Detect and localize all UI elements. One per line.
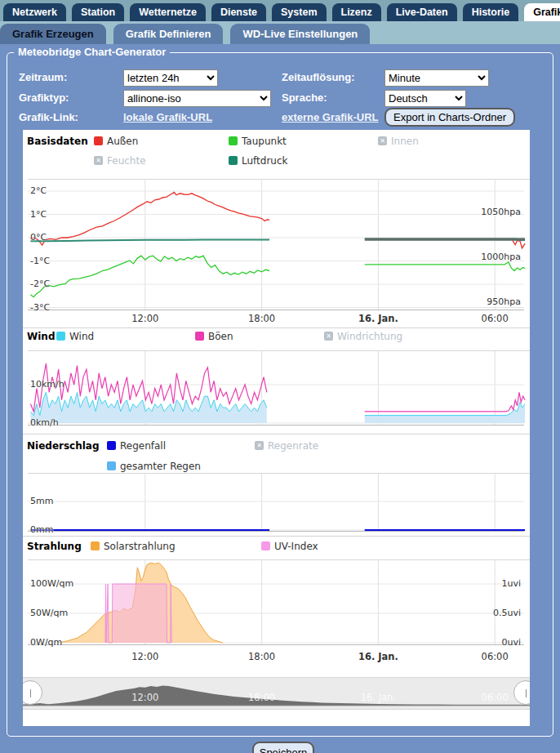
legend-item-gesamter-regen[interactable]: gesamter Regen xyxy=(107,461,201,471)
legend-item-uv-index[interactable]: UV-Index xyxy=(261,541,318,551)
tab-grafiken[interactable]: Grafiken xyxy=(524,3,560,21)
legend-label-regenrate: Regenrate xyxy=(268,440,318,452)
legend-label-solarstrahlung: Solarstrahlung xyxy=(104,541,176,552)
navigator-label-12-00: 12:00 xyxy=(118,692,172,703)
legend-label-innen: Innen xyxy=(391,136,419,147)
navigator-strip[interactable]: 12:0018:0016. Jan.06:00 xyxy=(23,677,530,710)
legend-swatch-b-en xyxy=(195,332,204,341)
series-au-en xyxy=(30,192,269,245)
series-au-en-nacht xyxy=(513,240,526,248)
legend-item-regenfall[interactable]: Regenfall xyxy=(107,440,166,451)
legend-label-wind: Wind xyxy=(69,331,94,342)
subtab-wd-live-einstellungen[interactable]: WD-Live Einstellungen xyxy=(230,24,370,44)
tab-live-daten[interactable]: Live-Daten xyxy=(387,3,457,21)
series-taupunkt xyxy=(30,256,269,297)
navigator-handle-grip xyxy=(526,689,527,697)
plot-wind[interactable] xyxy=(23,350,530,426)
legend-item-b-en[interactable]: Böen xyxy=(195,331,233,341)
legend-label-regenfall: Regenfall xyxy=(120,440,166,452)
axis-label-basisdaten-2-c: -2°C xyxy=(30,278,50,289)
legend-item-feuchte[interactable]: ✕Feuchte xyxy=(94,155,146,166)
plot-basisdaten[interactable] xyxy=(23,179,530,311)
x-tick-strahlung-16-jan: 16. Jan. xyxy=(351,651,405,662)
x-tick-strahlung-12-00: 12:00 xyxy=(118,651,172,662)
field-label-grafik-link: Grafik-Link: xyxy=(19,109,78,126)
navigator-handle-grip xyxy=(30,689,31,697)
legend-item-luftdruck[interactable]: Luftdruck xyxy=(229,155,288,166)
legend-label-b-en: Böen xyxy=(208,331,233,342)
chart-title-wind: Wind xyxy=(27,331,55,342)
series-b-en-nacht xyxy=(365,392,525,412)
legend-item-taupunkt[interactable]: Taupunkt xyxy=(229,136,287,146)
section-divider xyxy=(23,434,530,434)
legend-disabled-icon-innen: ✕ xyxy=(378,136,387,145)
legend-swatch-solarstrahlung xyxy=(91,541,100,550)
tab-netzwerk[interactable]: Netzwerk xyxy=(3,3,66,21)
subtab-grafik-erzeugen[interactable]: Grafik Erzeugen xyxy=(0,24,106,44)
tab-station[interactable]: Station xyxy=(72,3,124,21)
x-tick-basisdaten-12-00: 12:00 xyxy=(118,313,172,324)
series-fill-uv-index xyxy=(105,584,171,643)
axis-label-basisdaten-0-c: 0°C xyxy=(30,232,47,243)
section-divider xyxy=(23,327,530,328)
tab-historie[interactable]: Historie xyxy=(463,3,519,21)
zeitraum-select[interactable]: letzten 24h xyxy=(123,69,218,87)
x-tick-strahlung-06-00: 06:00 xyxy=(468,651,522,662)
export-charts-button[interactable]: Export in Charts-Ordner xyxy=(384,108,515,127)
legend-item-wind[interactable]: Wind xyxy=(56,331,94,341)
x-tick-strahlung-18-00: 18:00 xyxy=(235,651,289,662)
section-divider xyxy=(23,536,530,537)
axis-label-strahlung-50w-qm: 50W/qm xyxy=(30,608,68,618)
field-label-zeitaufl-sung: Zeitauflösung: xyxy=(282,69,355,86)
sub-tabbar: Grafik ErzeugenGrafik DefinierenWD-Live … xyxy=(0,21,560,44)
axis-label-basisdaten-2-c: 2°C xyxy=(30,185,47,196)
x-tick-basisdaten-16-jan: 16. Jan. xyxy=(351,313,405,324)
axis-label-basisdaten-1-c: 1°C xyxy=(30,209,47,220)
legend-label-uv-index: UV-Index xyxy=(274,541,318,552)
legend-swatch-regenfall xyxy=(107,441,116,450)
chart-title-basisdaten: Basisdaten xyxy=(27,136,88,147)
plot-strahlung[interactable] xyxy=(23,559,530,646)
legend-label-feuchte: Feuchte xyxy=(107,155,146,167)
axis-label-strahlung-0-5uvi: 0.5uvi xyxy=(493,608,521,618)
subtab-grafik-definieren[interactable]: Grafik Definieren xyxy=(113,24,224,44)
axis-label-wind-10km-h: 10km/h xyxy=(30,379,64,390)
legend-item-windrichtung[interactable]: ✕Windrichtung xyxy=(324,331,402,341)
legend-label-taupunkt: Taupunkt xyxy=(242,136,287,147)
axis-label-wind-0km-h: 0km/h xyxy=(30,417,59,428)
axis-label-basisdaten-1050hpa: 1050hpa xyxy=(481,207,521,217)
plot-niederschlag[interactable] xyxy=(23,473,530,532)
fieldset-legend: Meteobridge Chart-Generator xyxy=(14,46,170,58)
field-label-sprache: Sprache: xyxy=(282,90,327,106)
x-tick-basisdaten-18-00: 18:00 xyxy=(235,313,289,324)
legend-item-solarstrahlung[interactable]: Solarstrahlung xyxy=(91,541,176,551)
axis-label-basisdaten-1000hpa: 1000hpa xyxy=(481,252,521,262)
link-externe-grafik-url[interactable]: externe Grafik-URL xyxy=(282,109,378,126)
legend-item-regenrate[interactable]: ✕Regenrate xyxy=(255,440,318,451)
legend-item-au-en[interactable]: Außen xyxy=(94,136,138,146)
save-button[interactable]: Speichern xyxy=(252,742,314,753)
legend-swatch-taupunkt xyxy=(229,136,238,145)
zeitaufl-sung-select[interactable]: Minute xyxy=(384,69,489,87)
tab-lizenz[interactable]: Lizenz xyxy=(332,3,381,21)
legend-swatch-luftdruck xyxy=(229,156,238,165)
grafiktyp-select[interactable]: allinone-iso xyxy=(123,90,271,107)
legend-label-gesamter-regen: gesamter Regen xyxy=(120,461,201,472)
axis-label-basisdaten-3-c: -3°C xyxy=(30,302,50,313)
link-lokale-grafik-url[interactable]: lokale Grafik-URL xyxy=(123,109,212,126)
tab-system[interactable]: System xyxy=(272,3,326,21)
legend-disabled-icon-feuchte: ✕ xyxy=(94,156,103,165)
app-root: NetzwerkStationWetternetzeDiensteSystemL… xyxy=(0,0,560,753)
legend-item-innen[interactable]: ✕Innen xyxy=(378,136,419,146)
sprache-select[interactable]: Deutsch xyxy=(384,90,466,107)
series-wind-nacht xyxy=(365,402,525,416)
axis-label-basisdaten-950hpa: 950hpa xyxy=(487,296,521,307)
legend-disabled-icon-regenrate: ✕ xyxy=(255,441,264,450)
tab-dienste[interactable]: Dienste xyxy=(211,3,266,21)
chart-panel: BasisdatenAußenTaupunkt✕Innen✕FeuchteLuf… xyxy=(23,130,530,726)
axis-label-strahlung-1uvi: 1uvi xyxy=(501,578,521,589)
tab-wetternetze[interactable]: Wetternetze xyxy=(130,3,206,21)
chart-title-strahlung: Strahlung xyxy=(27,541,82,552)
axis-label-strahlung-0uvi: 0uvi xyxy=(501,637,521,648)
legend-swatch-gesamter-regen xyxy=(107,461,116,470)
